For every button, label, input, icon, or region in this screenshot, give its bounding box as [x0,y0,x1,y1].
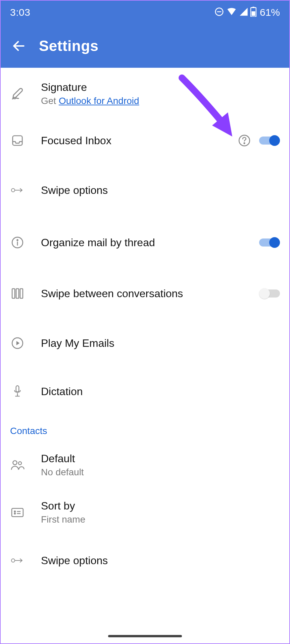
focused-inbox-title: Focused Inbox [41,135,238,147]
mic-icon [10,384,25,399]
svg-point-8 [244,143,245,144]
svg-rect-19 [16,386,19,392]
svg-rect-24 [12,508,23,517]
svg-point-25 [14,511,15,512]
swipe-options-row[interactable]: Swipe options [1,163,289,217]
signature-title: Signature [41,81,280,94]
signature-row[interactable]: Signature Get Outlook for Android [1,68,289,118]
svg-point-12 [17,239,18,240]
outlook-android-link[interactable]: Outlook for Android [59,96,139,106]
wifi-icon [226,7,237,18]
battery-icon [250,7,256,18]
status-icons: 61% [214,7,280,18]
svg-marker-18 [16,341,20,345]
status-bar: 3:03 61% [1,1,289,24]
play-icon [10,336,25,351]
dictation-row[interactable]: Dictation [1,367,289,416]
svg-rect-16 [20,289,23,299]
signature-icon [10,87,25,101]
swipe-icon [10,183,25,198]
swipe-conversations-title: Swipe between conversations [41,287,259,300]
svg-point-26 [14,513,15,514]
swipe-conversations-toggle[interactable] [259,287,280,300]
back-button[interactable] [9,39,29,53]
organize-thread-row[interactable]: Organize mail by thread [1,217,289,268]
inbox-icon [10,133,25,148]
svg-rect-6 [13,136,22,146]
page-title: Settings [39,38,99,54]
contacts-default-sub: No default [41,467,280,478]
swipe-options-title: Swipe options [41,184,280,197]
play-emails-row[interactable]: Play My Emails [1,319,289,367]
people-icon [10,458,25,473]
svg-point-22 [13,461,17,465]
contacts-sort-title: Sort by [41,500,280,512]
card-icon [10,505,25,520]
svg-point-29 [11,559,15,562]
signature-sub: Get Outlook for Android [41,96,280,106]
battery-percentage: 61% [260,7,280,18]
play-emails-title: Play My Emails [41,337,280,350]
info-icon [10,235,25,250]
organize-thread-toggle[interactable] [259,236,280,249]
contacts-swipe-title: Swipe options [41,554,280,567]
dnd-icon [214,7,224,18]
swipe-conversations-row[interactable]: Swipe between conversations [1,268,289,319]
app-bar: Settings [1,24,289,68]
dictation-title: Dictation [41,385,280,398]
contacts-sort-row[interactable]: Sort by First name [1,488,289,535]
svg-point-9 [11,189,15,192]
home-indicator[interactable] [108,635,182,637]
focused-inbox-toggle[interactable] [259,135,280,147]
columns-icon [10,286,25,301]
contacts-default-title: Default [41,452,280,465]
svg-rect-14 [12,289,15,299]
svg-point-23 [18,462,21,465]
contacts-swipe-row[interactable]: Swipe options [1,535,289,586]
organize-thread-title: Organize mail by thread [41,236,259,249]
contacts-sort-sub: First name [41,514,280,525]
contacts-section-header: Contacts [1,416,289,440]
status-time: 3:03 [10,7,30,18]
signal-icon [239,7,248,18]
help-icon[interactable] [238,134,251,147]
focused-inbox-row[interactable]: Focused Inbox [1,118,289,163]
swipe-icon [10,553,25,568]
svg-rect-15 [16,289,19,299]
svg-rect-4 [251,11,255,16]
svg-rect-3 [252,7,254,8]
contacts-default-row[interactable]: Default No default [1,440,289,488]
